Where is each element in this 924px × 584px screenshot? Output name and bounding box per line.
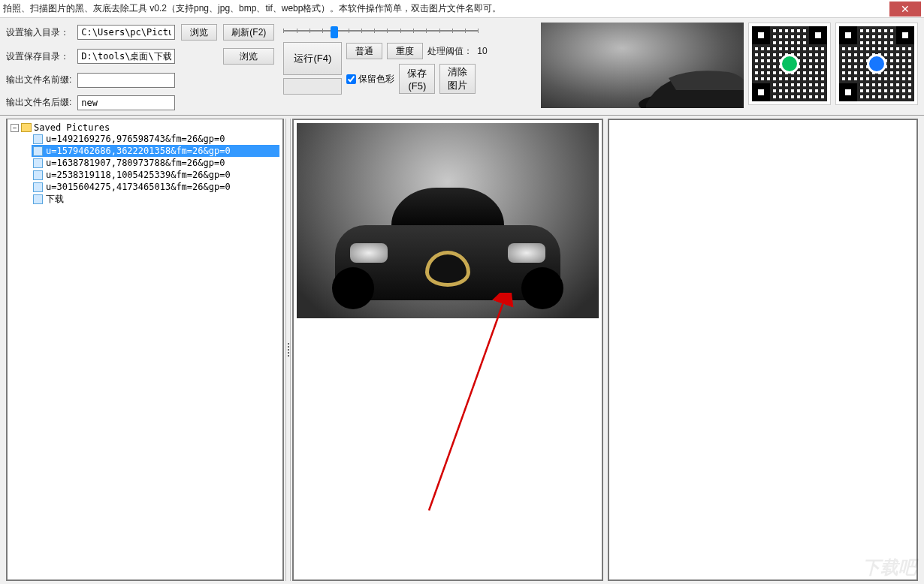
header-image-preview xyxy=(541,23,744,108)
folder-icon xyxy=(21,123,32,132)
source-image-frame xyxy=(292,119,603,581)
tree-root[interactable]: − Saved Pictures xyxy=(11,122,279,133)
tree-item[interactable]: u=1638781907,780973788&fm=26&gp=0 xyxy=(32,157,279,169)
input-dir-label: 设置输入目录： xyxy=(6,26,71,39)
vertical-splitter[interactable] xyxy=(285,119,291,581)
save-dir-browse-button[interactable]: 浏览 xyxy=(223,48,274,65)
mode-normal-button[interactable]: 普通 xyxy=(346,43,382,59)
tree-item-label: u=3015604275,4173465013&fm=26&gp=0 xyxy=(46,182,231,192)
threshold-value: 10 xyxy=(477,46,487,56)
tree-item[interactable]: u=3015604275,4173465013&fm=26&gp=0 xyxy=(32,181,279,193)
wechat-icon xyxy=(780,54,799,74)
image-file-icon xyxy=(33,170,43,180)
qr-wechat xyxy=(748,23,831,105)
title-bar: 拍照、扫描图片的黑、灰底去除工具 v0.2（支持png、jpg、bmp、tif、… xyxy=(0,0,924,18)
suffix-label: 输出文件名后缀: xyxy=(6,96,71,109)
image-file-icon xyxy=(33,158,43,168)
keep-color-input[interactable] xyxy=(346,74,356,84)
keep-color-checkbox[interactable]: 保留色彩 xyxy=(346,73,394,86)
result-image-frame xyxy=(608,119,919,581)
top-settings-panel: 设置输入目录： 浏览 刷新(F2) 设置保存目录： 浏览 输出文件名前缀: 输出… xyxy=(0,18,924,116)
prefix-field[interactable] xyxy=(77,73,175,88)
keep-color-label: 保留色彩 xyxy=(358,73,394,86)
tree-item-label: u=1579462686,3622201358&fm=26&gp=0 xyxy=(46,146,231,156)
threshold-label: 处理阈值： xyxy=(427,45,473,58)
main-area: − Saved Pictures u=1492169276,976598743&… xyxy=(0,116,924,584)
prefix-label: 输出文件名前缀: xyxy=(6,74,71,86)
image-file-icon xyxy=(33,182,43,192)
image-file-icon xyxy=(33,134,43,144)
settings-grid: 设置输入目录： 浏览 刷新(F2) 设置保存目录： 浏览 输出文件名前缀: 输出… xyxy=(6,23,274,112)
car-illustration xyxy=(335,188,560,300)
source-image xyxy=(297,123,599,318)
image-file-icon xyxy=(33,194,43,204)
run-button[interactable]: 运行(F4) xyxy=(283,42,342,75)
tree-root-label: Saved Pictures xyxy=(34,122,110,133)
save-dir-label: 设置保存目录： xyxy=(6,50,71,63)
save-button[interactable]: 保存 (F5) xyxy=(399,64,435,94)
tree-collapse-toggle[interactable]: − xyxy=(11,124,19,132)
svg-line-1 xyxy=(429,300,504,510)
tree-item-label: u=1638781907,780973788&fm=26&gp=0 xyxy=(46,158,225,168)
controls-column: 运行(F4) 普通 重度 处理阈值： 10 保留色彩 保存 (F5) 清除 图片 xyxy=(283,23,487,112)
clear-image-button[interactable]: 清除 图片 xyxy=(439,64,476,94)
refresh-button[interactable]: 刷新(F2) xyxy=(223,24,274,41)
window-close-button[interactable]: ✕ xyxy=(889,2,921,17)
file-tree-pane[interactable]: − Saved Pictures u=1492169276,976598743&… xyxy=(6,119,284,581)
tree-item-label: 下载 xyxy=(46,193,64,206)
mode-heavy-button[interactable]: 重度 xyxy=(387,43,423,59)
annotation-arrow xyxy=(421,293,587,525)
qr-code-group xyxy=(748,23,918,112)
input-dir-browse-button[interactable]: 浏览 xyxy=(181,24,217,41)
tree-item-label: u=1492169276,976598743&fm=26&gp=0 xyxy=(46,134,225,144)
watermark: 下载吧 xyxy=(862,555,916,579)
qr-alipay xyxy=(835,23,918,105)
tree-item[interactable]: u=1492169276,976598743&fm=26&gp=0 xyxy=(32,133,279,145)
tree-item-label: u=2538319118,1005425339&fm=26&gp=0 xyxy=(46,170,231,180)
tree-children: u=1492169276,976598743&fm=26&gp=0u=15794… xyxy=(32,133,279,205)
window-title: 拍照、扫描图片的黑、灰底去除工具 v0.2（支持png、jpg、bmp、tif、… xyxy=(3,2,889,15)
progress-bar xyxy=(283,78,342,95)
tree-item[interactable]: u=1579462686,3622201358&fm=26&gp=0 xyxy=(32,145,279,157)
tree-item[interactable]: 下载 xyxy=(32,193,279,205)
tree-item[interactable]: u=2538319118,1005425339&fm=26&gp=0 xyxy=(32,169,279,181)
save-dir-field[interactable] xyxy=(77,49,175,64)
image-panels xyxy=(291,116,924,584)
image-file-icon xyxy=(33,146,43,156)
threshold-slider[interactable] xyxy=(283,29,479,32)
suffix-field[interactable] xyxy=(77,95,175,110)
alipay-icon xyxy=(867,54,886,74)
input-dir-field[interactable] xyxy=(77,25,175,40)
